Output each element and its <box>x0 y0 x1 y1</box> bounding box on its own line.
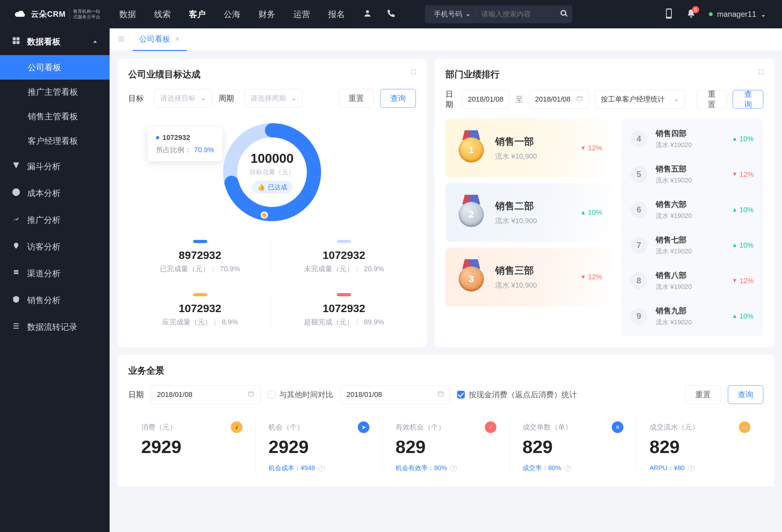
date-from-input[interactable]: 2018/01/08 <box>462 90 510 109</box>
compare-checkbox[interactable]: 与其他时间对比 <box>268 389 333 400</box>
overview-date1-input[interactable]: 2018/01/08 <box>151 385 260 404</box>
sidebar-item-2[interactable]: 推广分析 <box>0 207 110 234</box>
sidebar-sub-2[interactable]: 销售主管看板 <box>0 104 110 129</box>
rank-number: 7 <box>631 237 647 254</box>
help-icon[interactable]: ? <box>318 465 325 471</box>
podium-card-2[interactable]: 2销售二部流水 ¥10,900▲10% <box>446 183 613 242</box>
rank-row-6[interactable]: 6销售六部流水 ¥19020▲10% <box>621 192 763 227</box>
medal-bronze-icon: 3 <box>456 259 486 295</box>
rank-number: 8 <box>631 273 647 289</box>
sidebar-sub-1[interactable]: 推广主管看板 <box>0 80 110 104</box>
nav-数据[interactable]: 数据 <box>119 9 136 20</box>
phone-icon[interactable] <box>387 9 396 20</box>
sidebar-header-dashboard[interactable]: 数据看板 <box>0 28 110 55</box>
sidebar-icon <box>11 214 21 226</box>
search-input[interactable] <box>476 10 560 19</box>
sidebar-icon <box>11 241 21 252</box>
help-icon[interactable]: ? <box>564 465 571 471</box>
search-icon[interactable] <box>560 9 568 19</box>
help-icon[interactable]: ? <box>688 465 694 471</box>
trend-down-icon: ▼12% <box>580 144 602 152</box>
target-select[interactable]: 请选择目标 <box>154 89 212 108</box>
sidebar-icon <box>11 321 21 333</box>
svg-rect-11 <box>438 392 443 396</box>
statby-select[interactable]: 按工单客户经理统计 <box>595 90 685 109</box>
sidebar-item-1[interactable]: 成本分析 <box>0 180 110 207</box>
overview-date2-input[interactable]: 2018/01/08 <box>341 385 450 404</box>
nav-客户[interactable]: 客户 <box>189 9 206 20</box>
status-dot-icon <box>709 12 713 16</box>
reset-button[interactable]: 重置 <box>685 385 721 404</box>
rank-row-8[interactable]: 8销售八部流水 ¥19020▼12% <box>621 263 763 298</box>
nav-公海[interactable]: 公海 <box>224 9 241 20</box>
podium: 1销售一部流水 ¥10,900▼12%2销售二部流水 ¥10,900▲10%3销… <box>446 119 613 336</box>
stat-icon: ➤ <box>358 421 369 433</box>
date-to-input[interactable]: 2018/01/08 <box>529 90 589 109</box>
sidebar-item-5[interactable]: 销售分析 <box>0 287 110 314</box>
logo[interactable]: 云朵CRM 教育机构一站式服务云平台 <box>0 9 110 20</box>
chevron-down-icon <box>291 96 296 101</box>
rank-row-4[interactable]: 4销售四部流水 ¥19020▲10% <box>621 121 763 156</box>
podium-card-3[interactable]: 3销售三部流水 ¥10,900▼12% <box>446 248 613 306</box>
stat-icon: ▭ <box>739 421 750 433</box>
tab-0[interactable]: 公司看板✕ <box>133 28 187 51</box>
goal-metric-0: 8972932已完成量（元）|70.9% <box>128 237 272 277</box>
sidebar-icon <box>11 268 21 279</box>
metric-bar-icon <box>337 293 351 296</box>
expand-icon[interactable] <box>757 68 765 77</box>
expand-icon[interactable] <box>410 68 417 77</box>
svg-rect-10 <box>249 392 254 396</box>
device-icon[interactable] <box>664 8 673 21</box>
overview-stats: 消费（元）💰2929机会（个）➤2929机会成本：¥948?有效机会（个）✓82… <box>128 418 763 475</box>
top-right: 5 manager11 <box>664 8 782 21</box>
user-icon[interactable] <box>363 9 372 20</box>
cash-stat-checkbox[interactable]: 按现金消费（返点后消费）统计 <box>457 389 577 400</box>
rank-row-9[interactable]: 9销售九部流水 ¥19020▲10% <box>621 298 763 334</box>
rank-number: 6 <box>631 202 647 218</box>
bell-icon[interactable]: 5 <box>686 9 696 20</box>
rank-number: 9 <box>631 308 647 325</box>
sidebar-sub-0[interactable]: 公司看板 <box>0 55 110 80</box>
rank-card: 部门业绩排行 日期 2018/01/08 至 2018/01/08 按工单客户经… <box>434 59 774 347</box>
nav-运营[interactable]: 运营 <box>293 9 310 20</box>
sidebar-item-6[interactable]: 数据流转记录 <box>0 314 110 341</box>
cloud-icon <box>14 9 27 19</box>
stat-0: 消费（元）💰2929 <box>128 418 255 475</box>
query-button[interactable]: 查询 <box>380 89 416 108</box>
notification-badge: 5 <box>692 6 699 13</box>
chart-tooltip: 1072932 所占比例：70.9% <box>148 127 222 161</box>
reset-button[interactable]: 重置 <box>697 90 727 109</box>
chevron-down-icon <box>201 96 206 101</box>
svg-rect-2 <box>667 10 671 17</box>
query-button[interactable]: 查询 <box>733 90 763 109</box>
stat-icon: ≡ <box>612 421 624 433</box>
nav-线索[interactable]: 线索 <box>154 9 171 20</box>
reset-button[interactable]: 重置 <box>339 89 374 108</box>
trend-up-icon: ▲10% <box>732 241 754 250</box>
query-button[interactable]: 查询 <box>728 385 763 404</box>
chevron-down-icon <box>674 97 679 102</box>
close-icon[interactable]: ✕ <box>175 35 180 43</box>
medal-gold-icon: 1 <box>456 130 486 166</box>
nav-报名[interactable]: 报名 <box>328 9 345 20</box>
search-type-select[interactable]: 手机号码 <box>429 9 476 19</box>
to-label: 至 <box>516 94 523 104</box>
user-menu[interactable]: manager11 <box>709 10 766 19</box>
reached-badge: 👍 已达成 <box>252 181 292 193</box>
sidebar-item-3[interactable]: 访客分析 <box>0 234 110 260</box>
logo-text: 云朵CRM <box>31 9 66 19</box>
sidebar-item-4[interactable]: 渠道分析 <box>0 260 110 287</box>
podium-card-1[interactable]: 1销售一部流水 ¥10,900▼12% <box>446 119 613 177</box>
rank-row-5[interactable]: 5销售五部流水 ¥19020▼12% <box>621 156 763 192</box>
sidebar-item-0[interactable]: 漏斗分析 <box>0 153 110 180</box>
hamburger-icon[interactable] <box>117 35 125 44</box>
bullet-icon <box>156 136 159 139</box>
rank-row-7[interactable]: 7销售七部流水 ¥19020▲10% <box>621 227 763 263</box>
help-icon[interactable]: ? <box>450 465 457 471</box>
metric-bar-icon <box>337 240 351 243</box>
sidebar-sub-3[interactable]: 客户经理看板 <box>0 129 110 153</box>
username: manager11 <box>717 10 756 19</box>
period-select[interactable]: 请选择周期 <box>244 89 303 108</box>
nav-财务[interactable]: 财务 <box>258 9 275 20</box>
overview-card: 业务全景 日期 2018/01/08 与其他时间对比 2018/01/08 按现… <box>117 355 774 487</box>
